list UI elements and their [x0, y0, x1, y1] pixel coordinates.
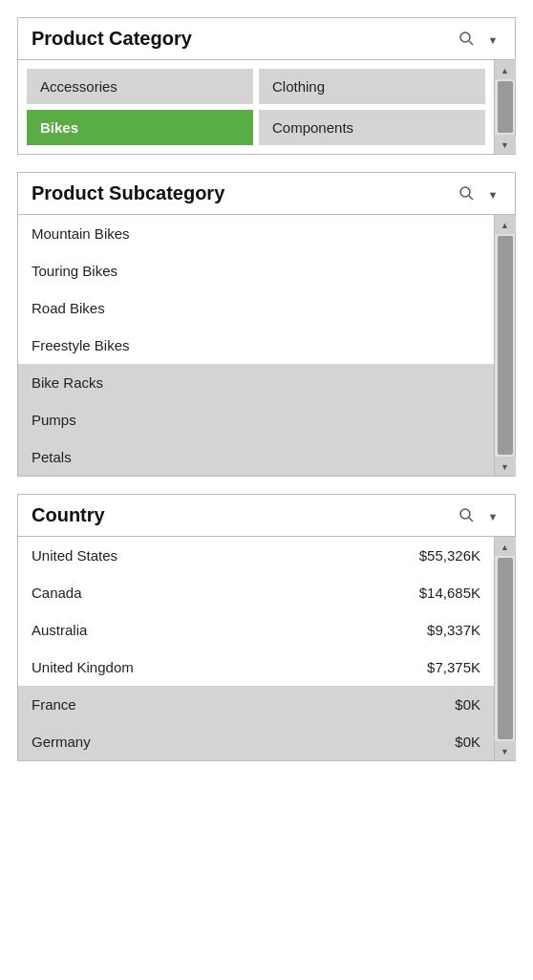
subcat-item-bike-racks[interactable]: Bike Racks [18, 364, 494, 401]
country-item-germany[interactable]: Germany $0K [18, 723, 494, 760]
scroll-down-arrow[interactable] [495, 457, 516, 476]
country-panel: Country United States $55,326K Canada $1… [17, 494, 516, 761]
subcategory-list: Mountain Bikes Touring Bikes Road Bikes … [18, 215, 494, 476]
country-header: Country [18, 495, 515, 536]
search-icon[interactable] [456, 29, 477, 50]
product-category-content: Accessories Clothing Bikes Components [18, 59, 515, 154]
subcat-item-road-bikes[interactable]: Road Bikes [18, 289, 494, 327]
scroll-down-arrow[interactable] [495, 135, 516, 154]
country-label: United Kingdom [32, 659, 134, 675]
subcat-item-touring-bikes[interactable]: Touring Bikes [18, 252, 494, 289]
chevron-down-icon[interactable] [482, 29, 503, 50]
country-label: Canada [32, 585, 82, 601]
subcat-item-petals[interactable]: Petals [18, 438, 494, 476]
category-item-clothing[interactable]: Clothing [259, 69, 485, 104]
subcat-item-freestyle-bikes[interactable]: Freestyle Bikes [18, 327, 494, 364]
country-title: Country [32, 504, 105, 526]
product-category-panel: Product Category Accessories Clothing Bi… [17, 17, 516, 155]
svg-line-5 [469, 518, 473, 522]
product-subcategory-content: Mountain Bikes Touring Bikes Road Bikes … [18, 214, 515, 476]
country-item-us[interactable]: United States $55,326K [18, 537, 494, 574]
product-subcategory-header: Product Subcategory [18, 173, 515, 214]
category-item-bikes[interactable]: Bikes [27, 110, 253, 145]
scroll-up-arrow[interactable] [495, 537, 516, 556]
country-label: France [32, 696, 76, 713]
country-value: $55,326K [419, 547, 480, 564]
product-category-scrollbar[interactable] [494, 60, 515, 154]
product-category-icons [456, 29, 503, 50]
category-item-components[interactable]: Components [259, 110, 485, 145]
svg-point-4 [460, 509, 470, 519]
product-category-header: Product Category [18, 18, 515, 59]
product-subcategory-icons [456, 183, 503, 204]
country-value: $7,375K [427, 659, 480, 675]
country-label: Germany [32, 734, 91, 750]
country-list: United States $55,326K Canada $14,685K A… [18, 537, 494, 760]
country-icons [456, 505, 503, 526]
svg-point-2 [460, 187, 470, 197]
country-value: $9,337K [427, 622, 480, 638]
svg-line-1 [469, 41, 473, 45]
category-grid: Accessories Clothing Bikes Components [18, 60, 494, 154]
country-item-canada[interactable]: Canada $14,685K [18, 574, 494, 611]
country-item-uk[interactable]: United Kingdom $7,375K [18, 649, 494, 686]
country-value: $0K [455, 696, 480, 713]
category-item-accessories[interactable]: Accessories [27, 69, 253, 104]
subcat-item-mountain-bikes[interactable]: Mountain Bikes [18, 215, 494, 252]
country-value: $0K [455, 734, 480, 750]
product-category-title: Product Category [32, 28, 192, 50]
chevron-down-icon[interactable] [482, 183, 503, 204]
country-item-australia[interactable]: Australia $9,337K [18, 611, 494, 649]
country-label: United States [32, 547, 117, 564]
svg-point-0 [460, 32, 470, 42]
product-subcategory-scrollbar[interactable] [494, 215, 515, 476]
product-subcategory-title: Product Subcategory [32, 182, 224, 204]
country-value: $14,685K [419, 585, 480, 601]
subcat-item-pumps[interactable]: Pumps [18, 401, 494, 438]
product-subcategory-panel: Product Subcategory Mountain Bikes Touri… [17, 172, 516, 477]
country-item-france[interactable]: France $0K [18, 686, 494, 723]
scroll-up-arrow[interactable] [495, 215, 516, 234]
svg-line-3 [469, 196, 473, 200]
scroll-up-arrow[interactable] [495, 60, 516, 79]
scroll-down-arrow[interactable] [495, 741, 516, 760]
country-scrollbar[interactable] [494, 537, 515, 760]
chevron-down-icon[interactable] [482, 505, 503, 526]
country-content: United States $55,326K Canada $14,685K A… [18, 536, 515, 760]
scroll-thumb[interactable] [498, 558, 513, 739]
scroll-thumb[interactable] [498, 81, 513, 133]
scroll-thumb[interactable] [498, 236, 513, 455]
search-icon[interactable] [456, 183, 477, 204]
country-label: Australia [32, 622, 87, 638]
search-icon[interactable] [456, 505, 477, 526]
